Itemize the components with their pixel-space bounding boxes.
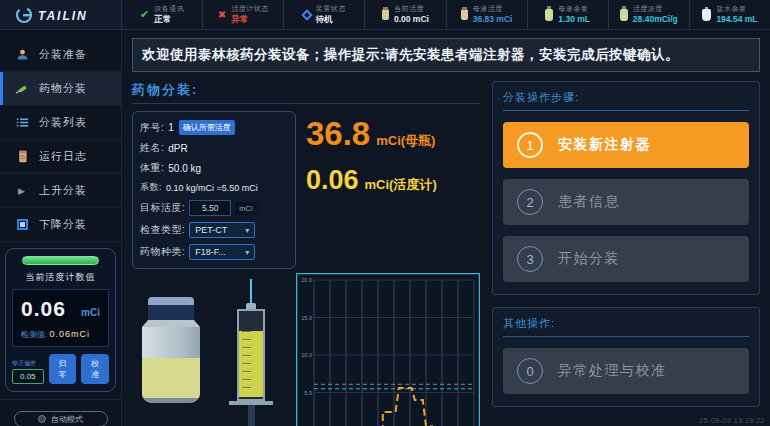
sidebar-item-label: 下降分装: [39, 217, 87, 232]
sidebar-item-dispense[interactable]: 药物分装: [0, 72, 121, 106]
auto-mode-toggle[interactable]: 自动模式: [14, 411, 108, 426]
coefficient-label: 系数:: [140, 181, 162, 194]
step-label: 患者信息: [558, 193, 620, 211]
weight-label: 体重:: [140, 161, 164, 175]
cross-icon: ✖: [218, 9, 226, 20]
glassware-graphic: [132, 273, 294, 426]
step-label: 安装新注射器: [558, 136, 651, 154]
auto-mode-label: 自动模式: [51, 414, 83, 425]
step-label: 开始分装: [558, 250, 620, 268]
offset-value-box[interactable]: 0.05: [12, 369, 44, 384]
steps-panel: 分装操作步骤: 1 安装新注射器 2 患者信息 3 开始分装: [492, 81, 760, 295]
meter-title: 当前活度计数值: [12, 271, 109, 284]
sidebar-item-list[interactable]: 分装列表: [0, 106, 121, 140]
mode-toggles: 自动模式 模式切换: [0, 399, 121, 426]
step-exception-calibration[interactable]: 0 异常处理与校准: [503, 348, 749, 394]
bottle-icon: [545, 9, 553, 21]
syringe-graphic: [228, 279, 274, 426]
confirm-activity-button[interactable]: 确认所需活度: [179, 120, 235, 135]
serial-label: 序号:: [140, 121, 164, 135]
drug-type-label: 药物种类:: [140, 245, 185, 259]
sidebar-item-label: 分装列表: [39, 115, 87, 130]
target-activity-input[interactable]: [189, 200, 231, 216]
status-saline-volume: 盐水余量194.54 mL: [689, 0, 770, 29]
vial-graphic: [142, 297, 200, 403]
name-value: dPR: [168, 143, 187, 154]
main-area: 欢迎使用泰林核药分装设备；操作提示:请先安装患者端注射器，安装完成后按键确认。 …: [122, 30, 770, 426]
activity-chart: 0s24s48s72s96s120s144s168s192s216s240s20…: [296, 273, 480, 426]
list-icon: [15, 116, 29, 130]
sidebar-item-label: 药物分装: [39, 81, 87, 96]
serial-value: 1: [168, 122, 174, 133]
dispense-section: 药物分装: 序号: 1 确认所需活度 姓名: dPR 体重: 50.0 kg: [132, 81, 480, 426]
meter-unit: mCi: [81, 307, 100, 318]
sidebar-item-lower[interactable]: 下降分装: [0, 208, 121, 242]
step-install-syringe[interactable]: 1 安装新注射器: [503, 122, 749, 168]
vial-icon: [461, 9, 468, 20]
app-logo: TAILIN: [0, 0, 122, 29]
syringe-icon: [15, 82, 29, 96]
sidebar-item-label: 运行日志: [39, 149, 87, 164]
welcome-banner: 欢迎使用泰林核药分装设备；操作提示:请先安装患者端注射器，安装完成后按键确认。: [132, 38, 760, 72]
status-device-state: 装置状态待机: [283, 0, 364, 29]
user-icon: [15, 48, 29, 62]
status-mother-volume: 母液余量1.30 mL: [527, 0, 608, 29]
mode-dot-icon: [38, 415, 46, 423]
step-start-dispense[interactable]: 3 开始分装: [503, 236, 749, 282]
section-title: 药物分装:: [132, 81, 480, 104]
sidebar: 分装准备 药物分装 分装列表 运行日志 ▶ 上升分装 下降分装: [0, 30, 122, 426]
status-device-comm: ✔ 设备通讯正常: [122, 0, 202, 29]
up-icon: ▶: [15, 184, 29, 198]
sidebar-menu: 分装准备 药物分装 分装列表 运行日志 ▶ 上升分装 下降分装: [0, 38, 121, 242]
activity-meter-panel: 当前活度计数值 0.06 mCi 检测值: 0.06mCi 修正偏差 0.05 …: [5, 248, 116, 392]
status-mother-activity: 母液活度36.83 mCi: [446, 0, 527, 29]
status-activity-meter: ✖ 活度计状态异常: [202, 0, 283, 29]
check-type-select[interactable]: PET-CT ▾: [189, 222, 255, 238]
tailin-logo-icon: TAILIN: [14, 5, 108, 25]
vial-icon: [382, 9, 389, 20]
meter-display: 0.06 mCi 检测值: 0.06mCi: [12, 289, 109, 347]
sidebar-item-label: 分装准备: [39, 47, 87, 62]
sidebar-item-log[interactable]: 运行日志: [0, 140, 121, 174]
step-number: 1: [517, 132, 543, 158]
svg-text:10.0: 10.0: [301, 352, 312, 358]
sidebar-item-rise[interactable]: ▶ 上升分装: [0, 174, 121, 208]
svg-text:20.0: 20.0: [301, 277, 312, 283]
offset-label: 修正偏差: [12, 359, 44, 368]
status-strip: ✔ 设备通讯正常 ✖ 活度计状态异常 装置状态待机 当前活度0.00 mCi 母…: [122, 0, 770, 29]
steps-panel-title: 分装操作步骤:: [503, 90, 749, 111]
drug-type-select[interactable]: F18-F... ▾: [189, 244, 255, 260]
other-ops-title: 其他操作:: [503, 316, 749, 337]
meter-calibrate-button[interactable]: 校准: [81, 354, 109, 384]
chevron-down-icon: ▾: [245, 248, 249, 257]
meter-value: 0.06: [21, 297, 66, 321]
step-number: 0: [517, 358, 543, 384]
target-activity-label: 目标活度:: [140, 201, 185, 215]
chart-canvas: 0s24s48s72s96s120s144s168s192s216s240s20…: [297, 274, 479, 426]
down-icon: [15, 218, 29, 232]
top-bar: TAILIN ✔ 设备通讯正常 ✖ 活度计状态异常 装置状态待机 当前活度0.0…: [0, 0, 770, 30]
activity-readouts: 36.8 mCi(母瓶) 0.06 mCi(活度计): [306, 111, 480, 269]
activity-meter-readout: 0.06 mCi(活度计): [306, 165, 480, 196]
sidebar-item-label: 上升分装: [39, 183, 87, 198]
meter-zero-button[interactable]: 归零: [49, 354, 77, 384]
detect-label: 检测值:: [21, 330, 47, 339]
status-concentration: 活度浓度28.40mCi/g: [608, 0, 689, 29]
weight-value: 50.0 kg: [168, 163, 201, 174]
svg-text:TAILIN: TAILIN: [38, 9, 88, 23]
check-icon: ✔: [140, 8, 149, 21]
sidebar-item-prepare[interactable]: 分装准备: [0, 38, 121, 72]
svg-text:5.0: 5.0: [304, 390, 312, 396]
step-number: 2: [517, 189, 543, 215]
bottle-icon: [620, 9, 628, 21]
chevron-down-icon: ▾: [245, 226, 249, 235]
vial-liquid: [142, 358, 200, 398]
saline-icon: [702, 9, 711, 21]
device-icon: [301, 9, 312, 20]
status-current-activity: 当前活度0.00 mCi: [364, 0, 445, 29]
svg-text:15.0: 15.0: [301, 315, 312, 321]
log-icon: [15, 150, 29, 164]
detect-value: 0.06mCi: [49, 329, 90, 339]
other-ops-panel: 其他操作: 0 异常处理与校准: [492, 307, 760, 407]
step-patient-info[interactable]: 2 患者信息: [503, 179, 749, 225]
